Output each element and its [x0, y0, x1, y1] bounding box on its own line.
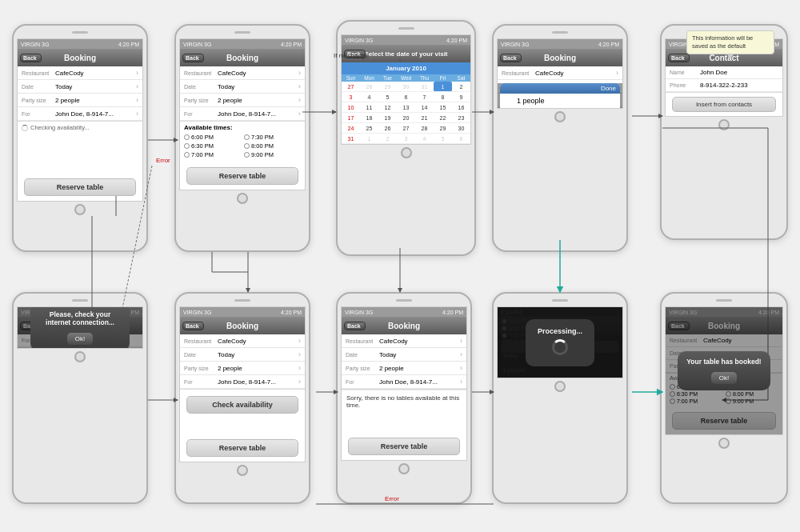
phone-6-error: VIRGIN 3G4:20 PM Back Booking ForJohn Do… — [12, 292, 148, 504]
home-btn-4[interactable] — [554, 111, 566, 122]
status-bar-8: VIRGIN 3G4:20 PM — [342, 307, 466, 317]
back-btn-5[interactable]: Back — [668, 54, 690, 62]
back-btn-1[interactable]: Back — [20, 54, 42, 62]
home-btn-10[interactable] — [718, 438, 730, 449]
phone-5-contact: VIRGIN 3G4:20 PM Back Contact NameJohn D… — [660, 24, 788, 240]
picker-list[interactable]: Done 1 people ✓2 people 3 people 4 peopl… — [500, 83, 620, 109]
status-bar-4: VIRGIN 3G4:20 PM — [498, 39, 622, 49]
success-overlay-10: Your table has booked! Ok! — [666, 307, 782, 434]
reserve-btn-2[interactable]: Reserve table — [186, 167, 298, 185]
nav-bar-4: Back Booking — [498, 49, 622, 66]
phone-10-success: VIRGIN 3G4:20 PM Back Booking Restaurant… — [660, 292, 788, 504]
success-title-10: Your table has booked! — [684, 358, 765, 366]
back-btn-7[interactable]: Back — [182, 322, 204, 330]
back-btn-4[interactable]: Back — [500, 54, 522, 62]
svg-text:Error: Error — [156, 157, 170, 164]
reserve-btn-1[interactable]: Reserve table — [24, 178, 136, 196]
phone-8-no-tables: VIRGIN 3G4:20 PM Back Booking Restaurant… — [336, 292, 472, 504]
home-btn-6[interactable] — [74, 351, 86, 362]
phone-9-processing: 4:20 PM Booking CafeCody Today 3 people … — [492, 292, 628, 504]
back-btn-8[interactable]: Back — [344, 322, 366, 330]
phone-2: VIRGIN 3G4:20 PM Back Booking Restaurant… — [174, 24, 310, 252]
done-bar[interactable]: Done — [500, 83, 620, 94]
status-bar-7: VIRGIN 3G4:20 PM — [180, 307, 305, 317]
status-bar-2: VIRGIN 3G4:20 PM — [180, 39, 305, 49]
success-box-10: Your table has booked! Ok! — [678, 351, 771, 390]
no-tables-message: Sorry, there is no tables available at t… — [342, 390, 466, 413]
alert-box-6: Please, check your internet connection..… — [30, 306, 130, 349]
nav-bar-7: Back Booking — [180, 317, 305, 334]
phone-7: VIRGIN 3G4:20 PM Back Booking Restaurant… — [174, 292, 310, 504]
alert-overlay-6: Please, check your internet connection..… — [18, 307, 142, 348]
success-ok-btn-10[interactable]: Ok! — [711, 372, 737, 384]
nav-bar-1: Back Booking — [18, 49, 142, 66]
reserve-btn-7[interactable]: Reserve table — [186, 439, 298, 457]
nav-bar-3: Back Select the date of your visit — [342, 45, 470, 62]
check-availability-btn[interactable]: Check availability — [186, 396, 298, 414]
processing-overlay: Processing... — [498, 307, 622, 378]
nav-bar-8: Back Booking — [342, 317, 466, 334]
status-bar-1: VIRGIN 3G4:20 PM — [18, 39, 142, 49]
home-btn-8[interactable] — [398, 463, 410, 474]
back-btn-2[interactable]: Back — [182, 54, 204, 62]
home-btn-9[interactable] — [554, 381, 566, 392]
calendar-days-header: SunMonTueWedThuFriSat — [342, 74, 470, 82]
processing-title: Processing... — [538, 327, 582, 335]
home-btn-7[interactable] — [237, 465, 248, 476]
picker-overlay: Done 1 people ✓2 people 3 people 4 peopl… — [498, 83, 622, 108]
alert-ok-btn-6[interactable]: Ok! — [67, 333, 93, 345]
home-btn-2[interactable] — [237, 193, 248, 204]
phone-4-picker: VIRGIN 3G4:20 PM Back Booking Restaurant… — [492, 24, 628, 252]
picker-item-1-people[interactable]: 1 people — [500, 94, 620, 109]
processing-box: Processing... — [526, 319, 594, 366]
reserve-btn-8[interactable]: Reserve table — [348, 438, 460, 455]
status-bar-3: VIRGIN 3G4:20 PM — [342, 35, 470, 45]
alert-title-6: Please, check your internet connection..… — [37, 310, 124, 326]
checking-availability: Checking availability... — [18, 122, 142, 134]
tooltip-info: This information will be saved as the de… — [686, 30, 774, 54]
calendar-grid[interactable]: 272829303112 3456789 10111213141516 1718… — [342, 82, 470, 144]
processing-spinner — [552, 339, 568, 355]
home-btn-1[interactable] — [74, 204, 86, 215]
phone-3-calendar: VIRGIN 3G4:20 PM Back Select the date of… — [336, 20, 476, 256]
nav-bar-2: Back Booking — [180, 49, 305, 66]
tooltip-text: This information will be saved as the de… — [692, 34, 753, 50]
calendar-header: January 2010 — [342, 62, 470, 74]
back-btn-3[interactable]: Back — [344, 50, 366, 58]
home-btn-3[interactable] — [401, 147, 412, 158]
phone-1: VIRGIN 3G4:20 PM Back Booking Restaurant… — [12, 24, 148, 252]
insert-from-contacts-btn[interactable]: Insert from contacts — [672, 97, 776, 112]
home-btn-5[interactable] — [718, 119, 730, 130]
